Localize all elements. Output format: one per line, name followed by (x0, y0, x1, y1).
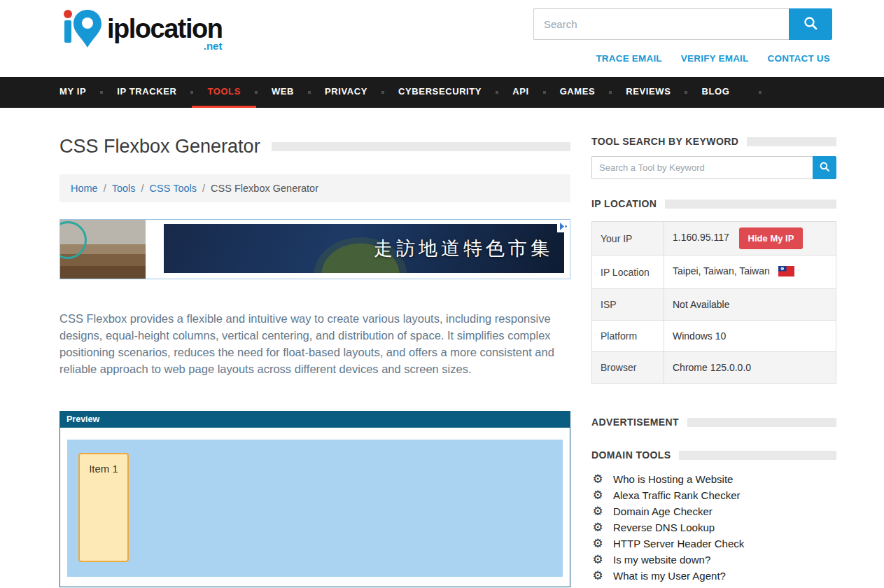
table-row: Browser Chrome 125.0.0.0 (592, 352, 836, 384)
gear-icon: ⚙ (591, 538, 604, 550)
preview-body: Item 1 (59, 428, 570, 587)
taiwan-flag-icon (778, 266, 794, 279)
nav-item-reviews[interactable]: REVIEWS (610, 77, 686, 108)
flex-preview-container: Item 1 (67, 440, 563, 577)
table-row: IP Location Taipei, Taiwan, Taiwan (592, 255, 836, 289)
gear-icon: ⚙ (591, 522, 604, 533)
domain-tool-http-header[interactable]: ⚙ HTTP Server Header Check (591, 536, 836, 552)
preview-header: Preview (59, 411, 570, 428)
row-label: Your IP (592, 222, 664, 255)
tool-search (591, 156, 836, 179)
row-label: Browser (592, 352, 664, 384)
row-label: ISP (592, 289, 664, 321)
nav-item-privacy[interactable]: PRIVACY (309, 77, 383, 108)
domain-tool-user-agent[interactable]: ⚙ What is my User Agent? (591, 568, 836, 584)
ip-location-value: Taipei, Taiwan, Taiwan (673, 265, 770, 276)
preview-panel: Preview Item 1 (59, 411, 570, 587)
gear-icon: ⚙ (591, 505, 604, 517)
list-item-label: HTTP Server Header Check (613, 538, 744, 550)
your-ip-value: 1.160.95.117 (673, 232, 729, 243)
breadcrumb-separator: / (141, 183, 144, 194)
list-item-label: Is my website down? (613, 554, 710, 566)
flex-preview-item-1[interactable]: Item 1 (78, 453, 129, 562)
breadcrumb: Home/Tools/CSS Tools/CSS Flexbox Generat… (59, 174, 570, 202)
breadcrumb-separator: / (202, 183, 205, 194)
heading-decoration-bar (747, 137, 836, 146)
ad-text: 走訪地道特色市集 (374, 236, 553, 261)
domain-tool-alexa-rank[interactable]: ⚙ Alexa Traffic Rank Checker (591, 487, 836, 503)
browser-value: Chrome 125.0.0.0 (664, 352, 836, 384)
list-item-label: Domain Age Checker (613, 505, 713, 517)
breadcrumb-home[interactable]: Home (71, 183, 98, 194)
nav-item-tools[interactable]: TOOLS (192, 77, 256, 108)
nav-item-games[interactable]: GAMES (545, 77, 611, 108)
ad-main-image: 走訪地道特色市集 (164, 224, 564, 273)
breadcrumb-current: CSS Flexbox Generator (211, 183, 318, 194)
domain-tools-heading: DOMAIN TOOLS (591, 449, 671, 461)
title-decoration-bar (272, 142, 570, 151)
breadcrumb-separator: / (104, 183, 106, 194)
tool-search-input[interactable] (591, 156, 813, 179)
domain-tool-website-down[interactable]: ⚙ Is my website down? (591, 552, 836, 568)
gear-icon: ⚙ (591, 570, 604, 582)
row-value: 1.160.95.117 Hide My IP (664, 222, 836, 255)
heading-decoration-bar (679, 451, 836, 460)
table-row: Your IP 1.160.95.117 Hide My IP (592, 222, 836, 255)
site-header: iplocation .net TRACE EMAIL VERIFY EMAIL… (0, 0, 884, 77)
nav-item-cybersecurity[interactable]: CYBERSECURITY (383, 77, 497, 108)
list-item-label: Reverse DNS Lookup (613, 522, 715, 533)
nav-item-api[interactable]: API (497, 77, 544, 108)
search-input[interactable] (533, 8, 789, 40)
sidebar: TOOL SEARCH BY KEYWORD IP LOCATION (591, 136, 836, 587)
adchoices-icon[interactable] (557, 220, 569, 232)
page-body: CSS Flexbox Generator Home/Tools/CSS Too… (59, 136, 836, 587)
domain-tool-reverse-dns[interactable]: ⚙ Reverse DNS Lookup (591, 519, 836, 536)
main-nav: MY IP IP TRACKER TOOLS WEB PRIVACY CYBER… (0, 77, 884, 108)
search-icon (819, 161, 830, 174)
row-label: Platform (592, 321, 664, 352)
list-item-label: Who is Hosting a Website (613, 473, 733, 485)
breadcrumb-tools[interactable]: Tools (112, 183, 136, 194)
ad-ring-decoration (59, 221, 87, 259)
gear-icon: ⚙ (591, 473, 604, 485)
trace-email-link[interactable]: TRACE EMAIL (596, 53, 661, 64)
list-item-label: What is my User Agent? (613, 570, 726, 582)
domain-tool-who-is-hosting[interactable]: ⚙ Who is Hosting a Website (591, 471, 836, 487)
platform-value: Windows 10 (664, 321, 836, 352)
advertisement-heading: ADVERTISEMENT (591, 416, 679, 428)
list-item-label: Alexa Traffic Rank Checker (613, 489, 740, 501)
hide-my-ip-button[interactable]: Hide My IP (739, 227, 804, 249)
breadcrumb-css-tools[interactable]: CSS Tools (150, 183, 197, 194)
heading-decoration-bar (687, 418, 836, 427)
search-button[interactable] (789, 8, 832, 40)
gear-icon: ⚙ (591, 489, 604, 501)
nav-item-my-ip[interactable]: MY IP (59, 77, 101, 108)
content-main: CSS Flexbox Generator Home/Tools/CSS Too… (59, 136, 570, 587)
nav-item-ip-tracker[interactable]: IP TRACKER (101, 77, 192, 108)
site-logo[interactable]: iplocation .net (59, 8, 222, 55)
nav-item-blog[interactable]: BLOG (686, 77, 745, 108)
header-search (533, 8, 832, 40)
table-row: Platform Windows 10 (592, 321, 836, 352)
domain-tool-domain-age[interactable]: ⚙ Domain Age Checker (591, 503, 836, 519)
tool-search-button[interactable] (813, 156, 836, 179)
table-row: ISP Not Available (592, 289, 836, 321)
ip-location-heading: IP LOCATION (591, 198, 657, 209)
heading-decoration-bar (665, 200, 836, 209)
ad-banner[interactable]: 走訪地道特色市集 (59, 219, 570, 279)
gear-icon: ⚙ (591, 554, 604, 566)
isp-value: Not Available (664, 289, 836, 321)
row-label: IP Location (592, 255, 664, 289)
tool-search-heading: TOOL SEARCH BY KEYWORD (591, 136, 738, 147)
logo-text: iplocation (107, 14, 222, 43)
logo-pin-icon (59, 8, 104, 55)
search-icon (803, 15, 818, 33)
domain-tools-list: ⚙ Who is Hosting a Website ⚙ Alexa Traff… (591, 471, 836, 584)
nav-item-web[interactable]: WEB (256, 77, 309, 108)
header-links: TRACE EMAIL VERIFY EMAIL CONTACT US (596, 53, 830, 64)
row-value: Taipei, Taiwan, Taiwan (664, 255, 836, 289)
ad-photo-image (60, 220, 146, 279)
contact-us-link[interactable]: CONTACT US (768, 53, 831, 64)
tool-description: CSS Flexbox provides a flexible and intu… (59, 310, 570, 377)
verify-email-link[interactable]: VERIFY EMAIL (681, 53, 749, 64)
